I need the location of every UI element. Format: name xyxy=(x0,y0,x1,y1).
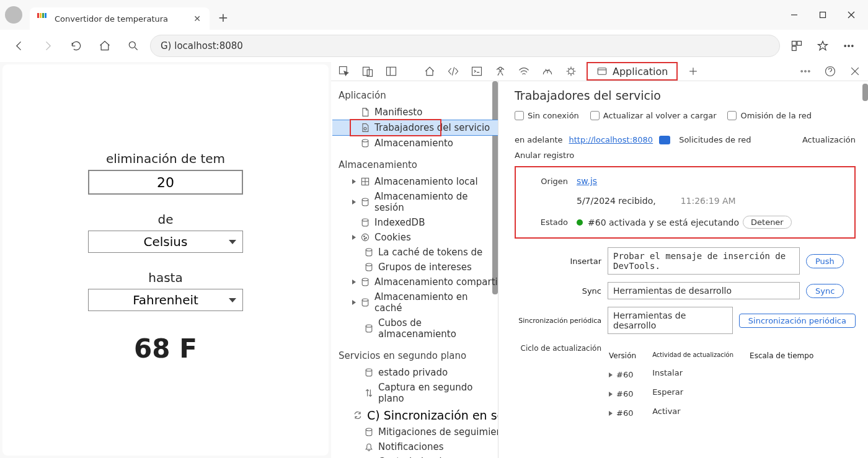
close-window-button[interactable] xyxy=(837,2,866,27)
sidebar-label: Almacenamiento local xyxy=(374,176,478,187)
sidebar-item-background-fetch[interactable]: Captura en segundo plano xyxy=(332,380,498,406)
url-text: G) localhost:8080 xyxy=(161,40,243,51)
network-icon[interactable] xyxy=(516,63,532,79)
gear-file-icon xyxy=(360,122,371,133)
sidebar-item-cookies[interactable]: Cookies xyxy=(332,230,498,245)
sidebar-item-storage[interactable]: Almacenamiento xyxy=(332,136,498,151)
svg-rect-12 xyxy=(363,67,370,75)
sidebar-label: Mitigaciones de seguimiento de rebote xyxy=(378,426,498,438)
new-tab-button[interactable]: + xyxy=(213,7,233,27)
version-row[interactable]: #60 xyxy=(609,370,636,379)
back-button[interactable] xyxy=(7,34,31,58)
devtools-more-icon[interactable] xyxy=(797,63,813,79)
more-button[interactable] xyxy=(837,34,861,58)
extensions-button[interactable] xyxy=(785,34,808,58)
periodic-sync-input[interactable]: Herramientas de desarrollo xyxy=(608,307,733,334)
maximize-button[interactable] xyxy=(808,2,837,27)
sidebar-item-storage-buckets[interactable]: Cubos de almacenamiento xyxy=(332,315,498,341)
minimize-button[interactable] xyxy=(780,2,808,27)
checkbox-label: Sin conexión xyxy=(528,111,579,120)
sync-button[interactable]: Sync xyxy=(806,284,844,298)
device-icon[interactable] xyxy=(360,63,376,79)
stop-button[interactable]: Detener xyxy=(743,216,792,229)
tab-title: Convertidor de temperatura xyxy=(55,14,186,24)
push-button[interactable]: Push xyxy=(806,254,844,268)
panel-icon[interactable] xyxy=(383,63,399,79)
to-select[interactable]: Fahrenheit xyxy=(88,289,243,311)
status-dot-icon xyxy=(577,219,583,226)
url-input[interactable]: G) localhost:8080 xyxy=(150,35,780,57)
result-text: 68 F xyxy=(134,333,197,364)
update-link[interactable]: Actualización xyxy=(802,135,856,144)
version-text: #60 xyxy=(616,408,633,418)
performance-icon[interactable] xyxy=(539,63,556,79)
svg-rect-6 xyxy=(797,42,802,46)
close-tab-button[interactable]: ✕ xyxy=(192,14,202,24)
application-sidebar[interactable]: Aplicación Manifiesto Trabajadores del s… xyxy=(331,81,498,458)
profile-avatar[interactable] xyxy=(5,6,22,24)
sidebar-item-payment-handler[interactable]: Controlador de pagos xyxy=(332,454,498,458)
devtools-toolbar: Application xyxy=(331,62,868,81)
svg-point-45 xyxy=(366,369,372,371)
unregister-link[interactable]: Anular registro xyxy=(515,151,574,160)
memory-icon[interactable] xyxy=(563,63,579,79)
sidebar-item-service-workers[interactable]: Trabajadores del servicio xyxy=(332,120,498,136)
db-icon xyxy=(363,426,374,438)
sw-source-link[interactable]: sw.js xyxy=(577,176,597,186)
sidebar-label: Captura en segundo plano xyxy=(378,382,494,404)
to-value: Fahrenheit xyxy=(133,293,198,307)
search-button[interactable] xyxy=(122,34,145,58)
activity-activate: Activar xyxy=(652,407,733,416)
svg-point-34 xyxy=(362,198,368,201)
sidebar-item-token-cache[interactable]: La caché de tokens de xyxy=(332,245,498,260)
sidebar-item-notifications[interactable]: Notificaciones xyxy=(332,439,498,454)
browser-tab[interactable]: Convertidor de temperatura ✕ xyxy=(30,7,210,30)
sidebar-item-session-storage[interactable]: Almacenamiento de sesión xyxy=(332,189,498,215)
grid-icon xyxy=(360,176,371,187)
periodic-sync-button[interactable]: Sincronización periódica xyxy=(739,314,856,328)
sidebar-item-manifest[interactable]: Manifiesto xyxy=(332,105,498,120)
update-on-reload-checkbox[interactable]: Actualizar al volver a cargar xyxy=(590,111,717,120)
sync-input[interactable]: Herramientas de desarrollo xyxy=(608,282,800,299)
inspect-icon[interactable] xyxy=(336,63,352,79)
version-row[interactable]: #60 xyxy=(609,389,636,399)
sources-icon[interactable] xyxy=(492,63,508,79)
temp-input[interactable]: 20 xyxy=(88,170,243,195)
db-icon xyxy=(360,297,371,308)
sync-label: Sync xyxy=(515,286,601,296)
version-row[interactable]: #60 xyxy=(609,408,636,418)
devtools-close-button[interactable] xyxy=(847,63,863,79)
sidebar-label: Almacenamiento xyxy=(374,138,453,149)
help-icon[interactable] xyxy=(822,63,838,79)
offline-checkbox[interactable]: Sin conexión xyxy=(515,111,579,120)
sw-scope-link[interactable]: http://localhost:8080 xyxy=(569,135,653,144)
svg-point-25 xyxy=(808,71,810,73)
sidebar-item-local-storage[interactable]: Almacenamiento local xyxy=(332,174,498,189)
forward-button[interactable] xyxy=(36,34,60,58)
refresh-button[interactable] xyxy=(64,34,88,58)
sidebar-item-background-sync[interactable]: C) Sincronización en segundo plano xyxy=(332,406,498,425)
svg-point-29 xyxy=(364,128,366,130)
network-requests-link[interactable]: Solicitudes de red xyxy=(679,135,751,144)
sidebar-item-cache-storage[interactable]: Almacenamiento en caché xyxy=(332,289,498,315)
welcome-icon[interactable] xyxy=(422,63,438,79)
address-bar: G) localhost:8080 xyxy=(0,30,868,62)
sidebar-item-interest-groups[interactable]: Grupos de intereses xyxy=(332,260,498,275)
push-input[interactable]: Probar el mensaje de inserción de DevToo… xyxy=(608,247,800,275)
bypass-network-checkbox[interactable]: Omisión de la red xyxy=(727,111,812,120)
home-button[interactable] xyxy=(93,34,117,58)
console-icon[interactable] xyxy=(469,63,485,79)
elements-icon[interactable] xyxy=(445,63,461,79)
sidebar-item-indexeddb[interactable]: IndexedDB xyxy=(332,215,498,230)
svg-point-46 xyxy=(366,428,372,431)
favorite-button[interactable] xyxy=(811,34,835,58)
sidebar-item-bounce-tracking[interactable]: Mitigaciones de seguimiento de rebote xyxy=(332,425,498,439)
more-tabs-button[interactable] xyxy=(685,63,701,79)
application-tab[interactable]: Application xyxy=(587,62,678,81)
sidebar-item-private-state[interactable]: estado privado xyxy=(332,365,498,380)
from-select[interactable]: Celsius xyxy=(88,231,243,253)
activity-wait: Esperar xyxy=(652,387,733,397)
db-icon xyxy=(360,196,371,208)
cookie-icon xyxy=(360,232,371,243)
sidebar-item-shared-storage[interactable]: Almacenamiento compartido xyxy=(332,275,498,289)
